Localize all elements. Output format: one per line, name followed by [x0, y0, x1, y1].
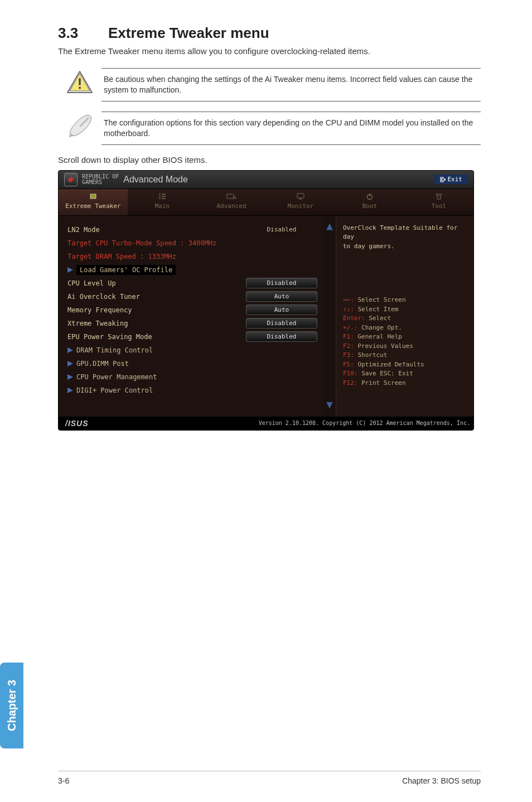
row-value[interactable]: Auto — [246, 305, 317, 315]
row-ln2-mode: LN2 Mode Disabled — [67, 224, 318, 236]
row-value[interactable]: Disabled — [246, 318, 317, 328]
row-label: EPU Power Saving Mode — [67, 333, 245, 341]
bios-panel: REPUBLIC OF GAMERS Advanced Mode Exit Ex… — [58, 170, 474, 431]
svg-rect-3 — [92, 195, 94, 197]
tab-monitor[interactable]: Monitor — [266, 189, 335, 215]
section-heading: 3.3Extreme Tweaker menu — [58, 25, 481, 42]
row-label: CPU Level Up — [67, 279, 245, 287]
row-label: CPU Power Management — [76, 373, 157, 381]
exit-label: Exit — [448, 176, 463, 183]
scroll-note: Scroll down to display other BIOS items. — [58, 155, 481, 165]
row-gpu-dimm-post[interactable]: GPU.DIMM Post — [67, 357, 318, 370]
row-value[interactable]: Disabled — [246, 278, 317, 288]
bios-scrollbar[interactable] — [323, 216, 336, 417]
row-label: Memory Frequency — [67, 306, 245, 314]
asus-logo: /ISUS — [65, 419, 89, 428]
tab-label: Monitor — [288, 202, 313, 210]
page-footer: 3-6 Chapter 3: BIOS setup — [0, 776, 532, 785]
list-icon — [158, 192, 167, 200]
row-digi-power-control[interactable]: DIGI+ Power Control — [67, 384, 318, 397]
row-dram-timing-control[interactable]: DRAM Timing Control — [67, 344, 318, 356]
section-number: 3.3 — [58, 25, 108, 42]
tab-label: Tool — [432, 202, 447, 210]
svg-rect-0 — [79, 78, 81, 85]
row-xtreme-tweaking[interactable]: Xtreme Tweaking Disabled — [67, 317, 318, 330]
row-epu-power-saving[interactable]: EPU Power Saving Mode Disabled — [67, 331, 318, 343]
scroll-down-icon[interactable] — [326, 402, 333, 409]
section-title: Extreme Tweaker menu — [108, 25, 269, 41]
row-value[interactable]: Auto — [246, 291, 317, 302]
tab-label: Main — [155, 202, 170, 210]
row-load-gamers-oc-profile[interactable]: Load Gamers' OC Profile — [67, 264, 318, 276]
power-icon — [366, 192, 374, 200]
exit-button[interactable]: Exit — [434, 175, 468, 184]
page-number: 3-6 — [58, 776, 69, 785]
note-icon — [66, 114, 94, 138]
bios-help-panel: OverClock Template Suitable for day to d… — [336, 216, 473, 417]
tab-label: Extreme Tweaker — [65, 202, 120, 210]
tab-advanced[interactable]: Advanced — [197, 189, 266, 215]
caution-text: Be cautious when changing the settings o… — [101, 68, 481, 102]
tab-tool[interactable]: Tool — [404, 189, 473, 215]
bios-mode-label: Advanced Mode — [123, 175, 188, 185]
row-memory-frequency[interactable]: Memory Frequency Auto — [67, 304, 318, 316]
row-target-cpu: Target CPU Turbo-Mode Speed : 3400MHz — [67, 237, 318, 249]
tab-label: Advanced — [217, 202, 246, 210]
row-label: GPU.DIMM Post — [76, 360, 129, 368]
note-text: The configuration options for this secti… — [101, 112, 481, 145]
tool-icon — [434, 192, 443, 200]
row-label: Xtreme Tweaking — [67, 320, 245, 327]
row-value[interactable]: Disabled — [246, 331, 317, 342]
row-cpu-level-up[interactable]: CPU Level Up Disabled — [67, 277, 318, 289]
row-label: Target CPU Turbo-Mode Speed : 3400MHz — [67, 239, 245, 247]
tab-label: Boot — [362, 202, 378, 210]
bios-titlebar: REPUBLIC OF GAMERS Advanced Mode Exit — [59, 171, 473, 189]
help-description: OverClock Template Suitable for day to d… — [343, 224, 467, 252]
tab-boot[interactable]: Boot — [335, 189, 404, 215]
row-label: Ai Overclock Tuner — [67, 293, 245, 301]
svg-rect-6 — [297, 194, 304, 198]
brand-text: REPUBLIC OF GAMERS — [82, 174, 119, 185]
note-callout: The configuration options for this secti… — [58, 112, 481, 145]
tab-extreme-tweaker[interactable]: Extreme Tweaker — [59, 189, 128, 215]
row-label: LN2 Mode — [67, 226, 245, 234]
row-label: Load Gamers' OC Profile — [76, 265, 176, 275]
advanced-icon — [226, 192, 236, 200]
row-label: DRAM Timing Control — [76, 346, 153, 354]
chip-icon — [89, 192, 98, 200]
help-key-list: →←: Select Screen ↑↓: Select Item Enter:… — [343, 296, 467, 388]
svg-point-1 — [79, 86, 81, 89]
exit-icon — [440, 177, 446, 182]
bios-version-text: Version 2.10.1208. Copyright (C) 2012 Am… — [259, 420, 470, 426]
row-ai-overclock-tuner[interactable]: Ai Overclock Tuner Auto — [67, 291, 318, 303]
row-value: Disabled — [246, 225, 317, 234]
row-cpu-power-management[interactable]: CPU Power Management — [67, 371, 318, 383]
bios-footer: /ISUS Version 2.10.1208. Copyright (C) 2… — [59, 417, 473, 430]
tab-main[interactable]: Main — [128, 189, 197, 215]
section-lead: The Extreme Tweaker menu items allow you… — [58, 46, 481, 56]
chapter-title: Chapter 3: BIOS setup — [402, 776, 481, 785]
row-target-dram: Target DRAM Speed : 1333MHz — [67, 250, 318, 263]
monitor-icon — [296, 192, 305, 200]
caution-callout: Be cautious when changing the settings o… — [58, 68, 481, 102]
row-label: DIGI+ Power Control — [76, 386, 153, 394]
row-label: Target DRAM Speed : 1333MHz — [67, 253, 245, 260]
chapter-side-tab: Chapter 3 — [0, 663, 23, 748]
rog-badge-icon — [64, 173, 78, 186]
warning-icon — [66, 70, 93, 94]
bios-tabs: Extreme Tweaker Main Advanced Monitor Bo… — [59, 189, 473, 216]
svg-rect-4 — [227, 194, 234, 199]
scroll-up-icon[interactable] — [326, 224, 333, 230]
